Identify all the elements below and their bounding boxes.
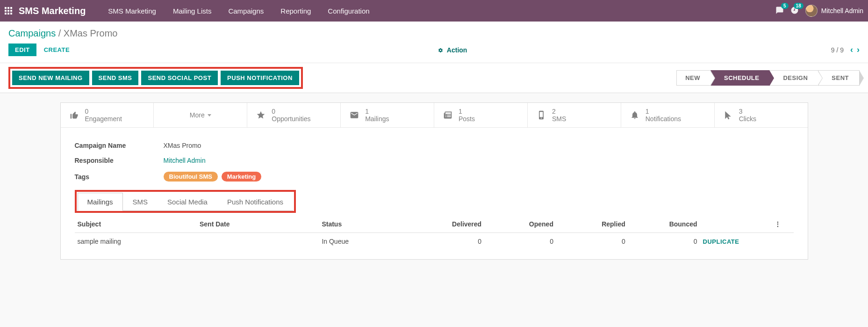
edit-button[interactable]: EDIT — [8, 44, 36, 56]
create-button[interactable]: CREATE — [39, 44, 74, 56]
stat-label: SMS — [552, 115, 566, 123]
action-dropdown[interactable]: Action — [438, 46, 467, 54]
col-status[interactable]: Status — [319, 216, 412, 233]
stage-label: NEW — [685, 74, 700, 81]
field-value: XMas Promo — [164, 142, 201, 149]
stat-label: Opportunities — [272, 115, 310, 123]
stat-mailings[interactable]: 1Mailings — [341, 103, 434, 127]
field-tags: Tags Bioutifoul SMS Marketing — [75, 168, 794, 185]
tab-push-notifications[interactable]: Push Notifications — [217, 193, 293, 211]
stat-clicks[interactable]: 3Clicks — [715, 103, 808, 127]
col-replied[interactable]: Replied — [556, 216, 628, 233]
cursor-icon — [723, 110, 733, 120]
cell-opened: 0 — [484, 233, 556, 250]
col-bounced[interactable]: Bounced — [628, 216, 700, 233]
apps-icon[interactable] — [5, 7, 12, 15]
tag[interactable]: Marketing — [222, 172, 261, 182]
field-campaign-name: Campaign Name XMas Promo — [75, 138, 794, 153]
send-social-post-button[interactable]: SEND SOCIAL POST — [141, 71, 218, 85]
col-sent-date[interactable]: Sent Date — [197, 216, 319, 233]
col-delivered[interactable]: Delivered — [412, 216, 484, 233]
duplicate-button[interactable]: DUPLICATE — [703, 238, 739, 245]
user-name: Mitchell Admin — [821, 7, 863, 15]
thumbs-up-icon — [69, 110, 79, 120]
star-icon — [256, 110, 266, 120]
activities-icon[interactable]: 18 — [790, 6, 799, 16]
stat-posts[interactable]: 1Posts — [434, 103, 528, 127]
responsible-link[interactable]: Mitchell Admin — [164, 157, 206, 164]
mailings-table: Subject Sent Date Status Delivered Opene… — [75, 216, 794, 250]
cta-group-highlight: SEND NEW MAILING SEND SMS SEND SOCIAL PO… — [8, 67, 303, 89]
stat-value: 2 — [552, 108, 566, 115]
field-label: Responsible — [75, 157, 164, 164]
form-body: Campaign Name XMas Promo Responsible Mit… — [61, 128, 808, 190]
tag[interactable]: Bioutifoul SMS — [164, 172, 218, 182]
stat-label: Posts — [459, 115, 475, 123]
nav-reporting[interactable]: Reporting — [272, 7, 319, 15]
send-sms-button[interactable]: SEND SMS — [92, 71, 139, 85]
stage-design[interactable]: DESIGN — [769, 70, 818, 86]
stage-new[interactable]: NEW — [676, 70, 711, 86]
field-label: Campaign Name — [75, 142, 164, 149]
app-brand[interactable]: SMS Marketing — [19, 6, 86, 16]
stage-label: SCHEDULE — [724, 74, 760, 81]
activities-badge: 18 — [794, 3, 803, 9]
push-notification-button[interactable]: PUSH NOTIFICATION — [221, 71, 299, 85]
bell-icon — [630, 110, 640, 120]
nav-configuration[interactable]: Configuration — [319, 7, 378, 15]
stage-label: DESIGN — [783, 74, 808, 81]
mobile-icon — [536, 110, 546, 120]
pager: 9 / 9 ‹ › — [831, 45, 860, 55]
stat-notifications[interactable]: 1Notifications — [621, 103, 715, 127]
cell-status: In Queue — [319, 233, 412, 250]
field-label: Tags — [75, 173, 164, 181]
breadcrumb-current: XMas Promo — [64, 28, 118, 38]
cell-delivered: 0 — [412, 233, 484, 250]
stat-label: Engagement — [85, 115, 122, 123]
table-options-icon[interactable]: ⋮ — [772, 216, 793, 233]
cell-replied: 0 — [556, 233, 628, 250]
stat-value: 1 — [459, 108, 475, 115]
breadcrumb: Campaigns / XMas Promo — [0, 22, 868, 39]
tab-mailings[interactable]: Mailings — [78, 193, 123, 211]
breadcrumb-sep: / — [56, 28, 64, 38]
col-subject[interactable]: Subject — [75, 216, 197, 233]
stat-row: 0Engagement More 0Opportunities 1Mailing… — [61, 103, 808, 128]
pager-count: 9 / 9 — [831, 46, 844, 54]
tab-sms[interactable]: SMS — [123, 193, 158, 211]
messages-icon[interactable]: 5 — [775, 6, 784, 16]
pager-prev[interactable]: ‹ — [850, 45, 853, 55]
avatar — [805, 5, 818, 17]
stat-value: 1 — [646, 108, 681, 115]
tab-social-media[interactable]: Social Media — [158, 193, 217, 211]
action-label: Action — [447, 46, 467, 54]
status-bar: SEND NEW MAILING SEND SMS SEND SOCIAL PO… — [0, 63, 868, 93]
stat-more[interactable]: More — [154, 103, 247, 127]
nav-mailing-lists[interactable]: Mailing Lists — [165, 7, 220, 15]
stat-sms[interactable]: 2SMS — [528, 103, 621, 127]
messages-badge: 5 — [781, 3, 789, 9]
pager-next[interactable]: › — [857, 45, 860, 55]
breadcrumb-parent[interactable]: Campaigns — [8, 28, 56, 38]
more-label: More — [190, 111, 205, 119]
nav-sms-marketing[interactable]: SMS Marketing — [100, 7, 165, 15]
stat-value: 0 — [272, 108, 310, 115]
stage-schedule[interactable]: SCHEDULE — [710, 70, 770, 86]
cell-subject: sample mailing — [75, 233, 197, 250]
table-row[interactable]: sample mailing In Queue 0 0 0 0 DUPLICAT… — [75, 233, 794, 250]
control-area: Campaigns / XMas Promo EDIT CREATE Actio… — [0, 22, 868, 63]
stat-engagement[interactable]: 0Engagement — [61, 103, 154, 127]
stat-opportunities[interactable]: 0Opportunities — [247, 103, 341, 127]
field-responsible: Responsible Mitchell Admin — [75, 153, 794, 168]
inner-tabs: Mailings SMS Social Media Push Notificat… — [78, 193, 294, 211]
top-navbar: SMS Marketing SMS Marketing Mailing List… — [0, 0, 868, 22]
inner-tabs-highlight: Mailings SMS Social Media Push Notificat… — [75, 190, 296, 213]
chevron-down-icon — [208, 114, 211, 116]
user-menu[interactable]: Mitchell Admin — [805, 5, 863, 17]
col-opened[interactable]: Opened — [484, 216, 556, 233]
cell-bounced: 0 — [628, 233, 700, 250]
nav-campaigns[interactable]: Campaigns — [220, 7, 272, 15]
stage-sent[interactable]: SENT — [818, 70, 860, 86]
send-new-mailing-button[interactable]: SEND NEW MAILING — [12, 71, 89, 85]
stat-label: Mailings — [365, 115, 389, 123]
